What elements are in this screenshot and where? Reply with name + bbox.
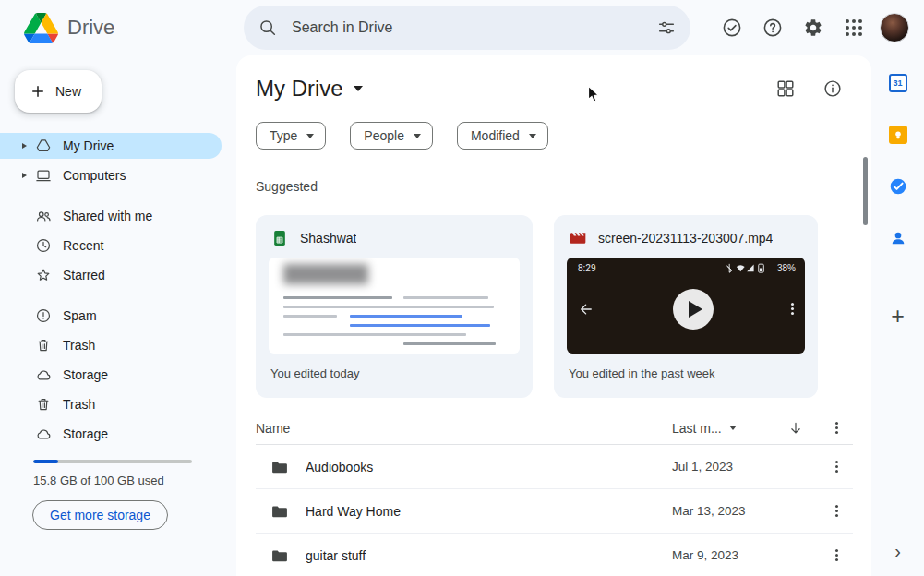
search-bar[interactable]	[244, 6, 690, 50]
computers-icon	[35, 167, 52, 184]
row-more-options-icon[interactable]	[823, 498, 849, 524]
column-header-modified[interactable]: Last m...	[672, 421, 772, 436]
expand-arrow-icon[interactable]	[22, 143, 27, 149]
search-options-tune-icon[interactable]	[648, 9, 685, 46]
show-side-panel-icon[interactable]: ›	[884, 537, 912, 565]
sidebar: New My Drive Computers	[0, 55, 236, 576]
drive-home-link[interactable]: Drive	[0, 13, 236, 43]
suggested-heading: Suggested	[256, 179, 853, 194]
account-avatar[interactable]	[876, 9, 913, 46]
chip-label: People	[364, 128, 404, 143]
search-icon[interactable]	[249, 9, 286, 46]
shared-people-icon	[35, 208, 52, 224]
file-name: Hard Way Home	[306, 504, 401, 519]
main-content: My Drive Type People Mod	[236, 55, 871, 576]
row-more-options-icon[interactable]	[823, 454, 849, 480]
settings-gear-icon[interactable]	[795, 9, 832, 46]
tasks-button[interactable]	[882, 170, 915, 203]
back-arrow-icon[interactable]	[578, 301, 594, 318]
sidebar-item-computers[interactable]: Computers	[0, 162, 222, 188]
chevron-down-icon	[529, 134, 536, 138]
android-status-icons	[726, 263, 774, 273]
sidebar-item-storage[interactable]: Storage	[0, 362, 222, 388]
contacts-button[interactable]	[882, 222, 915, 255]
grid-view-toggle-icon[interactable]	[773, 76, 798, 102]
expand-arrow-icon[interactable]	[22, 173, 27, 178]
sidebar-item-my-drive[interactable]: My Drive	[0, 133, 222, 159]
sidebar-item-label: Starred	[63, 268, 105, 282]
sidebar-item-label: Storage	[63, 367, 108, 382]
sidebar-item-recent[interactable]: Recent	[0, 233, 222, 258]
sidebar-item-trash[interactable]: Trash	[0, 332, 222, 358]
calendar-day-label: 31	[891, 76, 906, 90]
modified-header-label: Last m...	[672, 421, 722, 436]
new-button[interactable]: New	[15, 70, 102, 113]
calendar-button[interactable]: 31	[882, 66, 915, 100]
video-statusbar: 8:29 38%	[567, 258, 805, 273]
sort-direction-icon[interactable]	[783, 415, 809, 441]
cloud-icon	[35, 426, 52, 442]
filter-chip-type[interactable]: Type	[256, 122, 326, 150]
trash-icon	[35, 396, 52, 413]
get-addons-button[interactable]: +	[882, 284, 915, 318]
sidebar-item-label: Recent	[63, 238, 103, 253]
suggested-card-status: You edited in the past week	[554, 354, 818, 393]
sidebar-item-spam[interactable]: Spam	[0, 303, 222, 329]
sheets-icon	[270, 229, 289, 247]
star-icon	[35, 267, 52, 283]
help-icon[interactable]	[754, 9, 791, 46]
storage-summary: 15.8 GB of 100 GB used	[33, 474, 236, 487]
chevron-down-icon	[729, 426, 737, 430]
more-options-icon[interactable]	[791, 307, 794, 310]
suggested-card-shashwat[interactable]: Shashwat You edited today	[256, 215, 533, 398]
chevron-down-icon	[354, 86, 363, 91]
sidebar-item-starred[interactable]: Starred	[0, 262, 222, 288]
storage-progress-fill	[33, 460, 58, 463]
suggested-card-header: Shashwat	[256, 215, 533, 258]
video-preview: 8:29 38%	[567, 258, 805, 354]
file-row-hard-way-home[interactable]: Hard Way Home Mar 13, 2023	[256, 489, 853, 534]
filter-chip-people[interactable]: People	[350, 122, 433, 150]
suggested-card-video[interactable]: screen-20231113-203007.mp4 8:29	[554, 215, 818, 398]
file-modified-date: Jul 1, 2023	[672, 460, 772, 474]
chip-label: Modified	[471, 128, 520, 143]
row-more-options-icon[interactable]	[823, 543, 849, 569]
cloud-icon	[35, 366, 52, 383]
info-icon[interactable]	[820, 76, 846, 102]
filter-chip-modified[interactable]: Modified	[457, 122, 548, 150]
sidebar-item-label: Trash	[63, 338, 95, 353]
tasks-icon	[889, 177, 907, 196]
chevron-down-icon	[306, 134, 314, 138]
status-clock: 8:29	[578, 263, 595, 273]
file-row-guitar-stuff[interactable]: guitar stuff Mar 9, 2023	[256, 534, 853, 576]
chip-label: Type	[270, 128, 297, 143]
apps-grid-icon[interactable]	[835, 9, 872, 46]
battery-percent: 38%	[777, 263, 796, 273]
offline-status-icon[interactable]	[714, 9, 750, 46]
column-header-name[interactable]: Name	[256, 421, 672, 436]
play-button[interactable]	[673, 289, 714, 330]
spam-icon	[35, 307, 52, 324]
sidebar-item-trash-2[interactable]: Trash	[0, 391, 222, 417]
suggested-cards: Shashwat You edited today	[256, 215, 853, 398]
sidebar-nav: My Drive Computers Shared with me	[0, 133, 236, 447]
keep-button[interactable]	[882, 118, 915, 151]
app-title: Drive	[67, 16, 114, 40]
page-title: My Drive	[256, 76, 343, 102]
scrollbar[interactable]	[863, 157, 868, 225]
search-input[interactable]	[286, 19, 648, 36]
list-more-options-icon[interactable]	[823, 415, 849, 441]
sidebar-item-storage-2[interactable]: Storage	[0, 421, 222, 447]
sidebar-item-shared-with-me[interactable]: Shared with me	[0, 203, 222, 229]
sidebar-item-label: Shared with me	[63, 209, 152, 223]
get-more-storage-button[interactable]: Get more storage	[32, 500, 168, 530]
calendar-icon: 31	[889, 74, 907, 92]
new-button-label: New	[55, 84, 81, 99]
google-drive-app: Drive	[0, 0, 924, 576]
video-file-icon	[569, 229, 587, 247]
top-bar: Drive	[0, 0, 924, 55]
file-row-audiobooks[interactable]: Audiobooks Jul 1, 2023	[256, 445, 853, 489]
page-title-dropdown[interactable]: My Drive	[256, 76, 363, 102]
sidebar-item-label: Spam	[63, 308, 97, 323]
plus-icon: +	[891, 305, 905, 328]
